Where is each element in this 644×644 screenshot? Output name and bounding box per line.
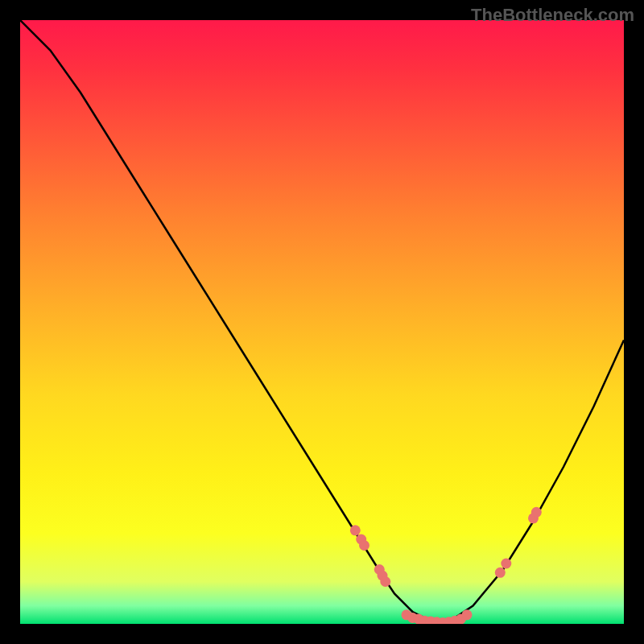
bottleneck-curve xyxy=(20,20,624,624)
curve-marker xyxy=(380,576,390,587)
chart-svg xyxy=(20,20,624,624)
watermark-text: TheBottleneck.com xyxy=(471,5,634,26)
curve-markers xyxy=(350,507,542,624)
curve-marker xyxy=(359,540,369,551)
plot-area xyxy=(20,20,624,624)
curve-marker xyxy=(462,609,473,620)
curve-marker xyxy=(501,559,511,569)
curve-marker xyxy=(350,525,361,535)
curve-marker xyxy=(495,568,506,578)
curve-marker xyxy=(531,507,542,518)
